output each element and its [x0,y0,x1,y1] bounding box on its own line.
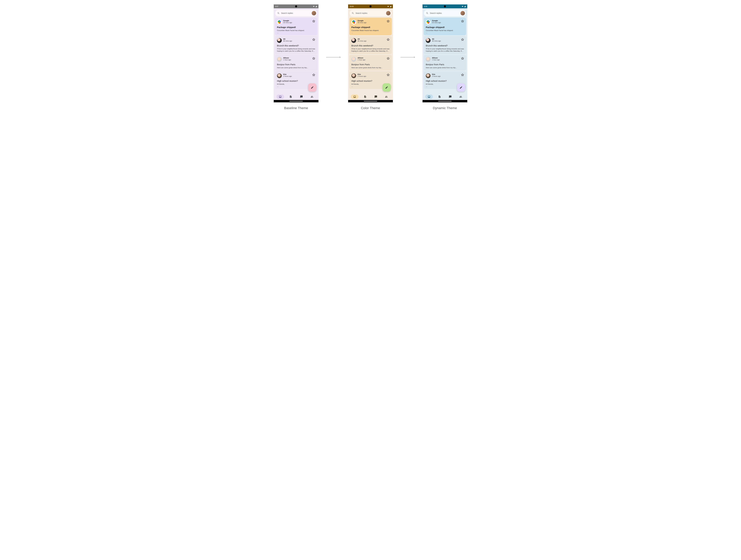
search-bar[interactable]: Search replies [424,10,466,16]
nav-item-chat[interactable] [297,95,305,99]
star-icon[interactable] [387,57,390,60]
email-subject: Bonjour from Paris [426,63,464,66]
profile-avatar[interactable] [312,11,316,15]
sender-block: Ali40 mins ago [283,38,311,42]
email-snippet: Here are some great shots from my trip..… [277,67,315,69]
star-icon[interactable] [312,20,315,23]
search-wrap: Search replies [274,8,319,18]
status-icons [313,5,317,7]
star-button[interactable] [387,20,390,23]
nav-item-inbox[interactable] [425,95,433,99]
nav-item-articles[interactable] [287,95,294,99]
email-subject: Package shipped! [351,26,390,28]
card-header: Google20 mins ago [351,20,390,24]
nav-item-chat[interactable] [372,95,380,99]
compose-fab[interactable] [308,83,317,91]
app-body: Search replies Google20 mins agoPackage … [274,8,319,100]
nav-item-chat[interactable] [447,95,454,99]
bottom-nav [274,94,319,100]
star-button[interactable] [387,57,390,60]
star-icon[interactable] [387,38,390,41]
star-icon[interactable] [461,20,464,23]
email-card[interactable]: Ali40 mins agoBrunch this weekend?I'll b… [275,36,317,54]
star-button[interactable] [461,57,464,60]
star-button[interactable] [461,20,464,23]
star-icon[interactable] [461,38,464,41]
email-card[interactable]: Google20 mins agoPackage shipped!Cucumbe… [349,18,392,35]
email-card[interactable]: Google20 mins agoPackage shipped!Cucumbe… [424,18,466,35]
email-card[interactable]: Allison1 hour agoBonjour from ParisHere … [424,55,466,71]
email-card[interactable]: Ali40 mins agoBrunch this weekend?I'll b… [349,36,392,54]
star-button[interactable] [387,38,390,41]
sender-avatar [426,73,430,78]
phone-frame: 9:57 Search replies Google20 mins agoPac… [274,4,319,102]
sender-block: Kim2 hours ago [283,73,311,77]
star-button[interactable] [312,73,315,76]
email-card[interactable]: Allison1 hour agoBonjour from ParisHere … [275,55,317,71]
star-button[interactable] [461,38,464,41]
search-bar[interactable]: Search replies [350,10,391,16]
email-snippet: I'll be in your neighborhood doing erran… [426,48,464,52]
search-bar[interactable]: Search replies [275,10,317,16]
compose-fab[interactable] [383,83,391,91]
nav-item-articles[interactable] [436,95,444,99]
star-icon[interactable] [461,57,464,60]
inbox-icon [279,96,282,98]
star-button[interactable] [312,20,315,23]
email-snippet: Cucumber Mask Facial has shipped. [351,29,390,32]
star-button[interactable] [387,73,390,76]
bottom-nav [422,94,467,100]
star-button[interactable] [312,38,315,41]
star-button[interactable] [312,57,315,60]
star-icon[interactable] [387,73,390,76]
articles-icon [438,96,441,98]
sender-block: Ali40 mins ago [432,38,460,42]
star-icon[interactable] [312,57,315,60]
email-card[interactable]: Google20 mins agoPackage shipped!Cucumbe… [275,18,317,35]
sender-time: 2 hours ago [358,75,385,77]
status-icons [462,5,466,7]
email-list[interactable]: Google20 mins agoPackage shipped!Cucumbe… [274,18,319,94]
snippet-ellipsis: … [351,32,390,34]
status-time: 10:00 [350,5,354,7]
email-card[interactable]: Ali40 mins agoBrunch this weekend?I'll b… [424,36,466,54]
sender-name: Google [432,20,460,21]
email-subject: Bonjour from Paris [277,63,315,66]
sender-time: 40 mins ago [283,40,311,42]
signal-icon [315,5,317,7]
email-card[interactable]: Allison1 hour agoBonjour from ParisHere … [349,55,392,71]
sender-time: 1 hour ago [432,59,460,61]
star-icon[interactable] [461,73,464,76]
email-list[interactable]: Google20 mins agoPackage shipped!Cucumbe… [348,18,393,94]
sender-avatar [277,20,282,24]
profile-avatar[interactable] [386,11,391,15]
phone-frame: 9:59 Search replies Google20 mins agoPac… [422,4,467,102]
email-list[interactable]: Google20 mins agoPackage shipped!Cucumbe… [422,18,467,94]
camera-cutout [444,5,446,7]
phone-color: 10:00 Search replies Google20 mins agoPa… [348,4,393,110]
star-icon[interactable] [387,20,390,23]
nav-item-people[interactable] [383,95,390,99]
email-snippet: Cucumber Mask Facial has shipped. [277,29,315,32]
nav-item-people[interactable] [457,95,465,99]
email-snippet: I'll be in your neighborhood doing erran… [351,48,390,52]
chat-icon [375,96,377,98]
profile-avatar[interactable] [461,11,465,15]
pencil-icon [460,86,463,89]
star-icon[interactable] [312,73,315,76]
nav-item-people[interactable] [308,95,316,99]
search-placeholder: Search replies [355,12,385,14]
search-icon [277,12,280,14]
sender-name: Ali [283,38,311,40]
chat-icon [300,96,303,98]
nav-item-articles[interactable] [361,95,369,99]
status-time: 9:59 [424,5,427,7]
nav-item-inbox[interactable] [351,95,358,99]
email-snippet: I'll be in your neighborhood doing erran… [277,48,315,52]
nav-item-inbox[interactable] [276,95,284,99]
search-placeholder: Search replies [430,12,459,14]
star-button[interactable] [461,73,464,76]
star-icon[interactable] [312,38,315,41]
compose-fab[interactable] [457,83,465,91]
search-placeholder: Search replies [281,12,310,14]
